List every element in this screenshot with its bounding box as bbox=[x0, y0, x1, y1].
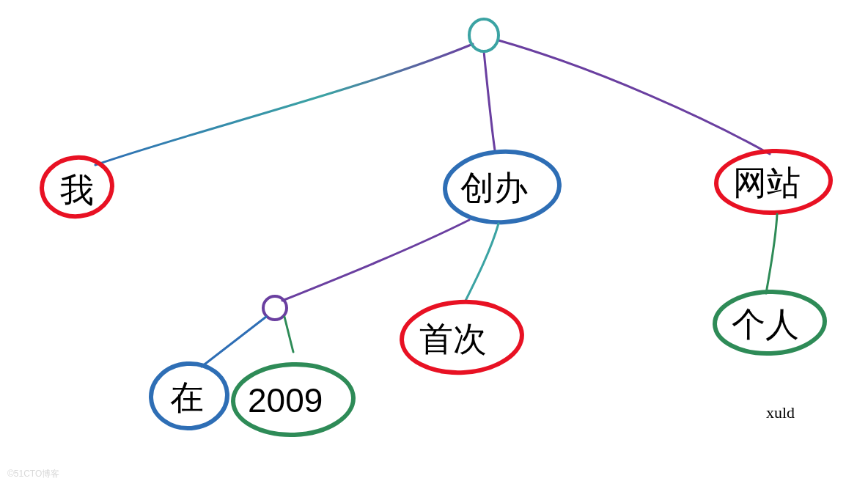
root-node bbox=[469, 19, 499, 51]
watermark: ©51CTO博客 bbox=[7, 469, 59, 479]
edge-verb-adverb bbox=[466, 224, 499, 301]
node-preposition-label: 在 bbox=[170, 378, 204, 416]
node-adverb-label: 首次 bbox=[419, 320, 487, 358]
node-object-label: 网站 bbox=[733, 164, 801, 202]
edge-subroot-preposition bbox=[202, 317, 266, 367]
node-subject-label: 我 bbox=[60, 171, 94, 209]
node-year-label: 2009 bbox=[248, 381, 323, 419]
edge-root-subject bbox=[95, 44, 473, 165]
signature: xuld bbox=[766, 403, 795, 422]
edge-root-object bbox=[499, 40, 770, 154]
edge-subroot-year bbox=[284, 317, 293, 352]
node-verb-label: 创办 bbox=[460, 169, 528, 207]
edge-verb-subroot bbox=[282, 220, 469, 301]
node-modifier-label: 个人 bbox=[732, 305, 799, 343]
diagram-canvas: 我 创办 网站 在 2009 首次 个人 xuld ©51CTO博客 bbox=[0, 0, 868, 481]
node-adverb: 首次 bbox=[400, 299, 524, 375]
node-subject: 我 bbox=[39, 154, 115, 220]
node-object: 网站 bbox=[716, 149, 832, 214]
node-preposition: 在 bbox=[149, 361, 229, 430]
edge-object-modifier bbox=[766, 214, 777, 293]
node-year: 2009 bbox=[232, 362, 354, 437]
edge-root-verb bbox=[484, 51, 495, 150]
node-verb: 创办 bbox=[444, 149, 562, 225]
node-modifier: 个人 bbox=[714, 290, 826, 355]
